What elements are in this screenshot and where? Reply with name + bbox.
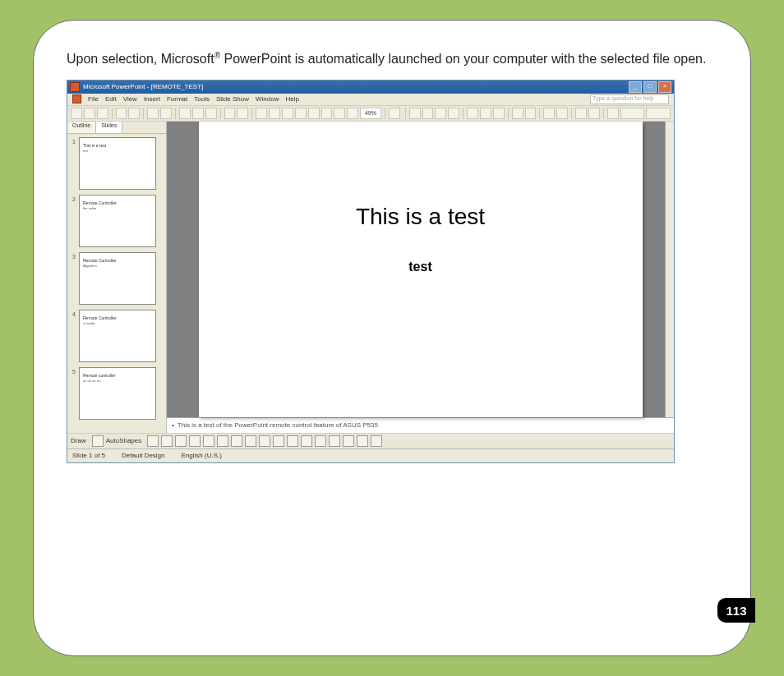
document-page: Upon selection, Microsoft® PowerPoint is…: [33, 20, 751, 656]
open-icon[interactable]: [84, 108, 95, 119]
fill-color-icon[interactable]: [273, 435, 284, 447]
arrow-icon[interactable]: [161, 435, 173, 447]
tab-slides[interactable]: Slides: [96, 122, 122, 133]
chart-icon[interactable]: [256, 108, 267, 119]
menu-format[interactable]: Format: [167, 95, 187, 103]
grid-icon[interactable]: [334, 108, 345, 119]
slide-editor[interactable]: This is a test test: [167, 122, 674, 417]
wordart-icon[interactable]: [217, 435, 228, 447]
menu-help[interactable]: Help: [285, 95, 298, 103]
new-slide-button[interactable]: [646, 108, 671, 119]
zoom-box[interactable]: 49%: [360, 108, 381, 119]
preview-icon[interactable]: [128, 108, 140, 119]
menu-window[interactable]: Window: [256, 95, 279, 103]
font-color-icon[interactable]: [301, 435, 312, 447]
powerpoint-window: Microsoft PowerPoint - [REMOTE_TEST] _ □…: [67, 80, 675, 463]
hyperlink-icon[interactable]: [295, 108, 307, 119]
line-style-icon[interactable]: [315, 435, 326, 447]
separator: [143, 108, 144, 119]
numbering-icon[interactable]: [512, 108, 523, 119]
thumb-number: 2: [72, 195, 79, 247]
shadow-icon[interactable]: [448, 108, 459, 119]
align-right-icon[interactable]: [493, 108, 505, 119]
align-left-icon[interactable]: [467, 108, 478, 119]
help-icon[interactable]: [389, 108, 400, 119]
expand-icon[interactable]: [308, 108, 320, 119]
thumbnail-3[interactable]: 3 Remote Controller Algorithm: [72, 252, 161, 305]
registered-mark: ®: [214, 51, 220, 60]
rectangle-icon[interactable]: [175, 435, 187, 447]
panel-tabs: Outline Slides: [67, 122, 166, 134]
minimize-button[interactable]: _: [629, 81, 642, 93]
textbox-icon[interactable]: [203, 435, 214, 447]
draw-menu[interactable]: Draw: [71, 437, 86, 444]
thumbnail-2[interactable]: 2 Remote Controller the value: [72, 195, 161, 247]
menu-tools[interactable]: Tools: [194, 95, 210, 103]
picture-icon[interactable]: [259, 435, 270, 447]
bold-icon[interactable]: [409, 108, 421, 119]
clipart-icon[interactable]: [245, 435, 256, 447]
thumb-sub: Algorithm: [83, 264, 152, 269]
diagram-icon[interactable]: [231, 435, 242, 447]
paste-icon[interactable]: [205, 108, 217, 119]
undo-icon[interactable]: [224, 108, 236, 119]
thumb-slide: This is a test test: [79, 137, 156, 190]
separator: [571, 108, 572, 119]
thumbnail-1[interactable]: 1 This is a test test: [72, 137, 161, 190]
print-icon[interactable]: [116, 108, 127, 119]
tables-icon[interactable]: [282, 108, 293, 119]
maximize-button[interactable]: □: [643, 81, 657, 93]
new-icon[interactable]: [71, 108, 82, 119]
line-icon[interactable]: [147, 435, 159, 447]
thumbnail-4[interactable]: 4 Remote Controller is ready: [72, 310, 161, 362]
design-button[interactable]: [620, 108, 645, 119]
notes-bullet: •: [172, 421, 174, 429]
dash-style-icon[interactable]: [329, 435, 340, 447]
copy-icon[interactable]: [192, 108, 204, 119]
bullets-icon[interactable]: [525, 108, 537, 119]
status-design: Default Design: [122, 452, 164, 459]
notes-pane[interactable]: • This is a test of the PowerPoint remot…: [167, 417, 674, 433]
table-icon[interactable]: [269, 108, 280, 119]
thumbnail-5[interactable]: 5 Remote controller on on on on: [72, 367, 161, 420]
redo-icon[interactable]: [237, 108, 248, 119]
intro-text: Upon selection, Microsoft® PowerPoint is…: [67, 50, 717, 68]
spell-icon[interactable]: [147, 108, 159, 119]
select-icon[interactable]: [92, 435, 104, 447]
increase-font-icon[interactable]: [543, 108, 555, 119]
notes-text: This is a test of the PowerPoint remote …: [178, 421, 378, 429]
font-color-icon[interactable]: [607, 108, 619, 119]
color-icon[interactable]: [347, 108, 358, 119]
decrease-indent-icon[interactable]: [575, 108, 587, 119]
oval-icon[interactable]: [189, 435, 201, 447]
autoshapes-menu[interactable]: AutoShapes: [106, 437, 142, 444]
shadow-style-icon[interactable]: [357, 435, 368, 447]
increase-indent-icon[interactable]: [588, 108, 600, 119]
thumb-number: 3: [72, 252, 79, 305]
separator: [539, 108, 540, 119]
menu-insert[interactable]: Insert: [144, 95, 160, 103]
window-controls: _ □ ×: [629, 81, 671, 93]
menu-slideshow[interactable]: Slide Show: [216, 95, 249, 103]
save-icon[interactable]: [97, 108, 108, 119]
italic-icon[interactable]: [422, 108, 434, 119]
decrease-font-icon[interactable]: [556, 108, 568, 119]
separator: [385, 108, 385, 119]
research-icon[interactable]: [160, 108, 172, 119]
close-button[interactable]: ×: [658, 81, 671, 93]
show-formatting-icon[interactable]: [321, 108, 333, 119]
help-search-box[interactable]: Type a question for help: [590, 94, 669, 104]
align-center-icon[interactable]: [480, 108, 491, 119]
menu-edit[interactable]: Edit: [105, 95, 117, 103]
tab-outline[interactable]: Outline: [67, 122, 96, 133]
thumb-title: Remote controller: [83, 373, 152, 378]
thumb-slide: Remote Controller the value: [79, 195, 156, 247]
app-menu-icon[interactable]: [72, 94, 81, 103]
arrow-style-icon[interactable]: [343, 435, 354, 447]
menu-view[interactable]: View: [123, 95, 137, 103]
cut-icon[interactable]: [179, 108, 191, 119]
line-color-icon[interactable]: [287, 435, 298, 447]
3d-style-icon[interactable]: [371, 435, 382, 447]
menu-file[interactable]: File: [88, 95, 99, 103]
underline-icon[interactable]: [435, 108, 446, 119]
